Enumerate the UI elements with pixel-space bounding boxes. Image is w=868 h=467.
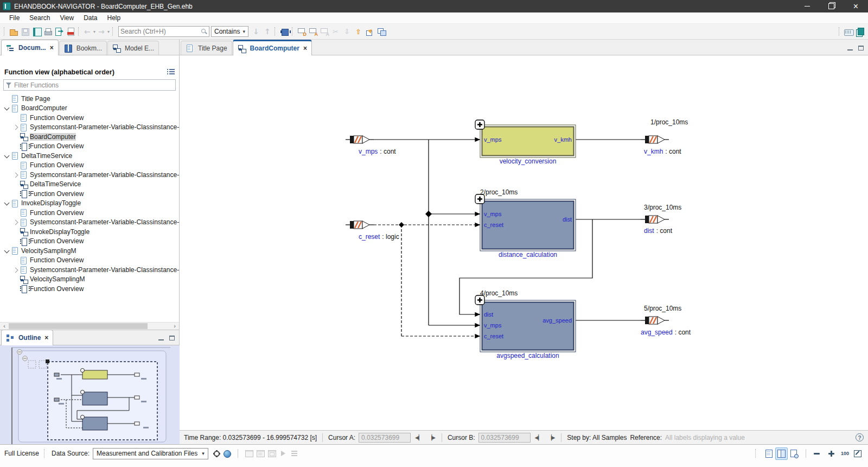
input-connector-v-mps[interactable]: v_mps: cont [346, 136, 396, 155]
tree-item[interactable]: VelocitySamplingM [0, 246, 179, 256]
tree-expander-icon[interactable] [3, 104, 11, 112]
tree-item[interactable]: Function Overview [0, 142, 179, 152]
dropdown-caret-icon[interactable]: ▾ [107, 29, 110, 34]
tab-documents[interactable]: Docum... × [1, 40, 59, 55]
tab-bookmarks[interactable]: Bookm... [59, 41, 107, 55]
tab-model-explorer[interactable]: Model E... [107, 41, 159, 55]
open-button[interactable] [8, 26, 20, 37]
split-page-view-button[interactable] [775, 447, 788, 460]
navigate-up-button[interactable] [353, 26, 365, 37]
tree-item[interactable]: InvokeDisplayToggle [0, 227, 179, 237]
configure-window-button[interactable] [266, 448, 278, 459]
output-connector-v-kmh[interactable]: 1/proc_10ms v_kmh: cont [641, 118, 688, 155]
data-source-dropdown[interactable]: Measurement and Calibration Files [93, 448, 208, 459]
maximize-view-icon[interactable] [169, 336, 175, 340]
view-menu-icon[interactable] [167, 69, 175, 75]
tree-expander-icon[interactable] [12, 123, 20, 131]
menu-item[interactable]: Search [24, 13, 55, 23]
tab-boardcomputer[interactable]: BoardComputer × [233, 40, 312, 55]
tree-item[interactable]: BoardComputer [0, 132, 179, 142]
tree-item[interactable]: Function Overview [0, 189, 179, 199]
stop-visualization-button[interactable] [289, 448, 301, 459]
pdf-export-button[interactable] [65, 26, 76, 37]
show-all-labels-button[interactable] [308, 26, 319, 37]
zoom-level-label[interactable]: 100 [841, 451, 849, 456]
cursor-a-next-button[interactable]: ▕▶ [426, 434, 436, 440]
close-tab-icon[interactable]: × [44, 334, 48, 342]
start-visualization-button[interactable] [278, 448, 289, 459]
tree-item[interactable]: Function Overview [0, 113, 179, 123]
block-velocity-conversion[interactable]: v_mps v_kmh velocity_conversion [480, 125, 576, 165]
contains-dropdown[interactable]: Contains [211, 26, 248, 37]
cursor-a-prev-button[interactable]: ◀▏ [414, 434, 423, 440]
tree-horizontal-scrollbar[interactable]: ‹ › [0, 322, 179, 330]
input-connector-c-reset[interactable]: c_reset: logic [346, 221, 399, 241]
tree-item[interactable]: Title Page [0, 94, 179, 104]
menu-item[interactable]: File [4, 13, 24, 23]
instrument-window-button[interactable] [255, 448, 266, 459]
single-page-view-button[interactable] [763, 447, 775, 460]
expand-block-button[interactable] [475, 295, 484, 305]
maximize-view-icon[interactable] [858, 46, 864, 51]
tree-expander-icon[interactable] [3, 247, 11, 255]
expand-block-button[interactable] [475, 120, 484, 129]
tree-expander-icon[interactable] [12, 237, 20, 245]
forward-button[interactable]: ▾ [97, 26, 111, 37]
model-structure-button[interactable] [279, 26, 290, 37]
fit-to-window-button[interactable] [852, 448, 864, 459]
tree-expander-icon[interactable] [12, 275, 20, 283]
keyboard-shortcuts-button[interactable] [843, 26, 854, 37]
tree-item[interactable]: InvokeDisplayToggle [0, 199, 179, 209]
window-layout-button[interactable] [376, 26, 387, 37]
tab-outline[interactable]: Outline × [1, 330, 53, 345]
close-tab-icon[interactable]: × [50, 44, 54, 52]
cursor-b-prev-button[interactable]: ◀▏ [534, 434, 543, 440]
experiment-window-button[interactable] [244, 448, 255, 459]
tree-expander-icon[interactable] [12, 114, 20, 122]
tree-expander-icon[interactable] [12, 133, 20, 141]
drill-down-button[interactable] [342, 26, 353, 37]
menu-item[interactable]: Data [79, 13, 102, 23]
zoom-out-button[interactable] [812, 448, 823, 459]
tree-item[interactable]: Function Overview [0, 208, 179, 218]
scroll-left-icon[interactable]: ‹ [0, 323, 9, 330]
tree-expander-icon[interactable] [12, 171, 20, 179]
data-source-globe-button[interactable] [222, 449, 232, 459]
tree-item[interactable]: Systemconstant-Parameter-Variable-Classi… [0, 123, 179, 132]
output-connector-dist[interactable]: 3/proc_10ms dist: cont [641, 204, 681, 235]
outline-minimap[interactable] [0, 345, 179, 444]
restore-window-button[interactable] [819, 0, 844, 12]
scrollbar-thumb[interactable] [9, 323, 148, 329]
cursor-b-input[interactable] [478, 433, 531, 443]
search-input[interactable] [120, 28, 201, 35]
tree-expander-icon[interactable] [3, 199, 11, 207]
tree-item[interactable]: BoardComputer [0, 104, 179, 113]
tree-item[interactable]: DeltaTimeService [0, 180, 179, 190]
find-previous-button[interactable] [261, 26, 273, 37]
tree-expander-icon[interactable] [12, 285, 20, 293]
tab-title-page[interactable]: Title Page [181, 41, 232, 55]
back-button[interactable]: ▾ [82, 26, 97, 37]
hide-labels-button[interactable] [319, 26, 330, 37]
help-icon[interactable] [856, 433, 864, 441]
close-window-button[interactable] [844, 0, 868, 12]
thumbnail-view-button[interactable] [788, 447, 800, 460]
show-default-labels-button[interactable] [296, 26, 308, 37]
tree-item[interactable]: VelocitySamplingM [0, 275, 179, 285]
diagram-canvas[interactable]: v_mps: cont c_reset: logic 1/proc_10ms v… [180, 55, 868, 430]
scroll-right-icon[interactable]: › [170, 323, 179, 330]
block-distance-calculation[interactable]: 2/proc_10ms v_mps c_reset dist distance_… [480, 188, 576, 258]
tree-expander-icon[interactable] [12, 256, 20, 264]
tree-expander-icon[interactable] [12, 161, 20, 169]
print-button[interactable] [42, 26, 54, 37]
cursor-b-next-button[interactable]: ▕▶ [546, 434, 556, 440]
filter-functions-input[interactable] [14, 81, 173, 89]
cursor-a-input[interactable] [359, 433, 411, 443]
export-container-button[interactable] [54, 26, 65, 37]
close-tab-icon[interactable]: × [303, 45, 307, 52]
tree-expander-icon[interactable] [12, 266, 20, 274]
tree-item[interactable]: Systemconstant-Parameter-Variable-Classi… [0, 218, 179, 228]
tree-expander-icon[interactable] [12, 180, 20, 188]
tree-item[interactable]: Function Overview [0, 256, 179, 266]
open-container-button[interactable] [31, 26, 42, 37]
